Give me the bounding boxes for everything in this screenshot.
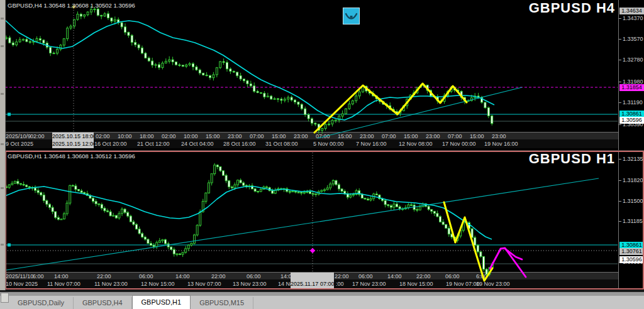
chart-canvas-h1[interactable]	[5, 151, 644, 290]
chart-window-h1[interactable]: GBPUSD H1 GBPUSD,H1 1.30548 1.30608 1.30…	[5, 151, 644, 290]
ohlc-readout-h1: GBPUSD,H1 1.30548 1.30608 1.30512 1.3059…	[8, 153, 135, 160]
tab-gbpusd-h1[interactable]: GBPUSD,H1	[132, 295, 191, 309]
corner-chip-icon	[1, 293, 9, 303]
tab-gbpusd-daily[interactable]: GBPUSD,Daily	[9, 297, 74, 309]
gutter-tick	[1, 93, 4, 95]
ohlc-readout-h4: GBPUSD,H4 1.30548 1.30608 1.30502 1.3059…	[8, 2, 135, 9]
gutter-tick	[1, 45, 4, 47]
chart-canvas-h4[interactable]: ✶	[5, 0, 644, 150]
chart-tabs: GBPUSD,DailyGBPUSD,H4GBPUSD,H1GBPUSD,M15	[9, 296, 253, 309]
gutter-tick	[1, 18, 4, 19]
tab-gbpusd-m15[interactable]: GBPUSD,M15	[191, 297, 253, 309]
smile-glyph	[343, 8, 359, 24]
chart-window-h4[interactable]: GBPUSD H4 GBPUSD,H4 1.30548 1.30608 1.30…	[5, 0, 644, 151]
mt4-terminal: GBPUSD H4 GBPUSD,H4 1.30548 1.30608 1.30…	[0, 0, 644, 309]
gutter-tick	[1, 143, 4, 145]
tab-gbpusd-h4[interactable]: GBPUSD,H4	[74, 297, 132, 309]
smile-object-icon[interactable]	[343, 8, 360, 24]
left-gutter	[0, 0, 6, 290]
gutter-tick	[1, 187, 4, 189]
gutter-tick	[1, 244, 4, 246]
chart-tab-bar: GBPUSD,DailyGBPUSD,H4GBPUSD,H1GBPUSD,M15	[0, 290, 644, 309]
